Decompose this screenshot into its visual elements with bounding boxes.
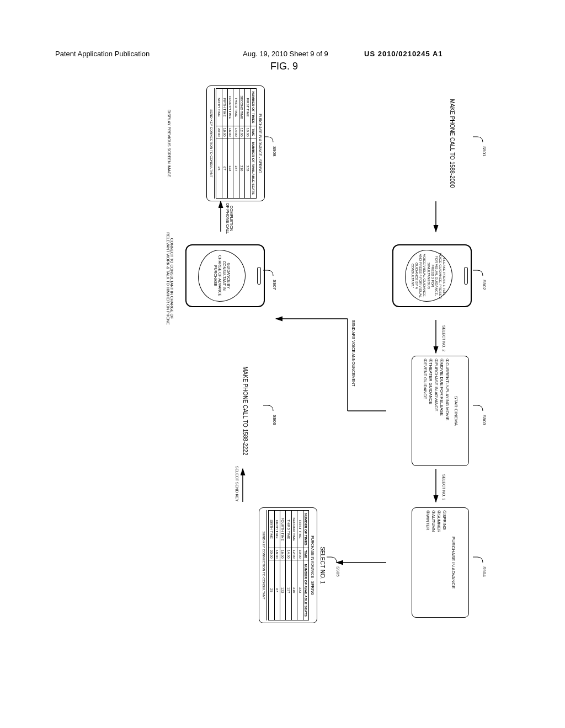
table-cell: 67 xyxy=(222,138,227,199)
list-item: PURCHASE IN ADVANCE xyxy=(434,362,439,411)
s905-caption: PURCHASE IN ADVANCE - SPRING xyxy=(310,510,315,620)
header-right: US 2010/0210245 A1 xyxy=(364,50,443,58)
ref-s901: S901 xyxy=(482,146,487,157)
table-row: SIXTH TIME20:0025 xyxy=(216,89,222,199)
table-cell: 12:00 xyxy=(291,548,297,560)
s905-box: PURCHASE IN ADVANCE - SPRING NUMBER OF T… xyxy=(259,507,317,623)
table-row: THIRD TIME14:00157 xyxy=(233,89,239,199)
arrow-label-907-908: COMPLETION OF PHONE CALL xyxy=(226,203,233,234)
list-item: THEATER GUIDANCE xyxy=(428,362,433,404)
table-cell: 210 xyxy=(239,138,244,199)
step-s901: MAKE PHONE CALL TO 1588-2000 xyxy=(443,85,461,201)
list-item: SPRING xyxy=(442,514,447,530)
s902-bubble: "PLEASE PRESS 1 FOR VOICE GUIDANCE, PRES… xyxy=(405,250,452,302)
table-cell: FIRST TIME xyxy=(245,89,250,126)
phone-s907: GUIDANCE BY CONSULTANT IN CHARGE OF ADVA… xyxy=(185,244,265,307)
step-s904: PURCHASE IN ADVANCE ①SPRING ②SUMMER ③AUT… xyxy=(412,507,469,618)
step-s906: MAKE PHONE CALL TO 1588-2222 xyxy=(236,356,254,466)
ref-s904: S904 xyxy=(482,566,487,577)
table-cell: SIXTH TIME xyxy=(269,511,274,548)
table-row: FIRST TIME10:00233 xyxy=(297,511,303,620)
table-header: NUMBER OF AVAILABLE SEATS xyxy=(303,560,308,620)
s908-box: PURCHASE IN ADVANCE - SPRING NUMBER OF T… xyxy=(206,85,265,201)
table-cell: 16:00 xyxy=(228,126,233,138)
table-cell: 157 xyxy=(233,138,239,199)
phone-speaker-icon xyxy=(257,267,261,285)
table-header: NUMBER OF AVAILABLE SEATS xyxy=(250,138,256,199)
table-cell: 10:00 xyxy=(245,126,250,138)
ref-s906: S906 xyxy=(272,415,277,425)
table-cell: 25 xyxy=(216,138,222,199)
ref-s902: S902 xyxy=(482,280,487,290)
arrow-label-903-907: SEND ARS VOICE ANNOUNCEMENT xyxy=(351,320,355,387)
ref-s905: S905 xyxy=(335,566,340,577)
table-cell: THIRD TIME xyxy=(286,511,291,548)
ref-s907: S907 xyxy=(272,280,277,290)
table-cell: FOURTH TIME xyxy=(228,89,233,126)
table-header: TIME xyxy=(303,548,308,560)
table-cell: SECOND TIME xyxy=(239,89,244,126)
s908-caption: PURCHASE IN ADVANCE - SPRING xyxy=(258,88,262,199)
list-item: AUTUMN xyxy=(431,514,436,532)
s905-footer: SEND KEY CONNECTION TO CONSULTANT xyxy=(262,510,267,620)
table-row: THIRD TIME14:00157 xyxy=(286,511,291,620)
table-cell: 18:00 xyxy=(274,548,280,560)
footer-s907: CONNECT TO CONSULTANT IN CHARGE OF RELEV… xyxy=(166,223,174,334)
table-cell: 18:00 xyxy=(222,126,227,138)
step-s903: STAR CINEMA ①CURRENTLY-PLAYING MOVIE ②MO… xyxy=(412,356,469,466)
list-item: WINTER xyxy=(425,514,430,531)
phone-s902: "PLEASE PRESS 1 FOR VOICE GUIDANCE, PRES… xyxy=(392,244,472,307)
list-item: EVENT GUIDANCE xyxy=(423,362,428,399)
table-cell: 157 xyxy=(286,560,291,620)
step-s907: GUIDANCE BY CONSULTANT IN CHARGE OF ADVA… xyxy=(185,234,265,317)
s908-table: PURCHASE IN ADVANCE - SPRING NUMBER OF T… xyxy=(216,88,262,199)
s904-list: ①SPRING ②SUMMER ③AUTUMN ④WINTER xyxy=(425,510,447,615)
table-cell: THIRD TIME xyxy=(233,89,239,126)
list-item: SUMMER xyxy=(436,514,441,532)
table-cell: 12:00 xyxy=(239,126,244,138)
table-cell: 10:00 xyxy=(297,548,303,560)
table-cell: 14:00 xyxy=(233,126,239,138)
table-cell: 16:00 xyxy=(280,548,286,560)
step-s908: PURCHASE IN ADVANCE - SPRING NUMBER OF T… xyxy=(206,85,265,201)
table-cell: 20:00 xyxy=(216,126,222,138)
table-cell: 210 xyxy=(291,560,297,620)
s903-box: STAR CINEMA ①CURRENTLY-PLAYING MOVIE ②MO… xyxy=(412,356,469,466)
s906-text: MAKE PHONE CALL TO 1588-2222 xyxy=(236,356,254,466)
table-header: NUMBER OF TIMES xyxy=(250,89,256,126)
s904-box: PURCHASE IN ADVANCE ①SPRING ②SUMMER ③AUT… xyxy=(412,507,469,618)
header-left: Patent Application Publication xyxy=(55,50,150,58)
footer-s908: DISPLAY PREVIOUS SCREEN IMAGE xyxy=(167,99,171,188)
table-cell: FOURTH TIME xyxy=(280,511,286,548)
table-row: FIRST TIME10:00233 xyxy=(245,89,250,199)
table-cell: 25 xyxy=(269,560,274,620)
step-s905: SELECT NO. 1 PURCHASE IN ADVANCE - SPRIN… xyxy=(259,507,326,623)
arrow-label-902-903: SELECT NO. 2 xyxy=(442,325,446,351)
list-item: MOVIE DUE FOR RELEASE xyxy=(439,362,444,416)
table-cell: SIXTH TIME xyxy=(216,89,222,126)
arrow-label-903-904: SELECT NO. 3 xyxy=(442,474,446,500)
table-row: SIXTH TIME20:0025 xyxy=(269,511,274,620)
table-row: FIFTH TIME18:0067 xyxy=(222,89,227,199)
table-header: TIME xyxy=(250,126,256,138)
s904-title: PURCHASE IN ADVANCE xyxy=(450,510,456,615)
s905-table: PURCHASE IN ADVANCE - SPRING NUMBER OF T… xyxy=(268,510,315,620)
s908-footer: SEND KEY CONNECTION TO CONSULTANT xyxy=(209,88,215,199)
list-item: CURRENTLY-PLAYING MOVIE xyxy=(445,362,450,420)
table-row: FOURTH TIME16:00123 xyxy=(228,89,233,199)
table-cell: 14:00 xyxy=(286,548,291,560)
table-row: FIFTH TIME18:0067 xyxy=(274,511,280,620)
figure-label: FIG. 9 xyxy=(270,61,298,72)
table-cell: FIRST TIME xyxy=(297,511,303,548)
table-cell: FIFTH TIME xyxy=(222,89,227,126)
s907-bubble: GUIDANCE BY CONSULTANT IN CHARGE OF ADVA… xyxy=(198,250,246,302)
arrow-label-905-906: SELECT SEND KEY xyxy=(235,466,239,501)
s901-text: MAKE PHONE CALL TO 1588-2000 xyxy=(443,85,461,201)
diagram-frame: FIG. 9 xyxy=(66,83,502,684)
s905-title: SELECT NO. 1 xyxy=(319,507,326,623)
table-cell: 67 xyxy=(274,560,280,620)
table-row: FOURTH TIME16:00123 xyxy=(280,511,286,620)
table-header: NUMBER OF TIMES xyxy=(303,511,308,548)
s903-title: STAR CINEMA xyxy=(453,358,459,463)
table-cell: 233 xyxy=(297,560,303,620)
